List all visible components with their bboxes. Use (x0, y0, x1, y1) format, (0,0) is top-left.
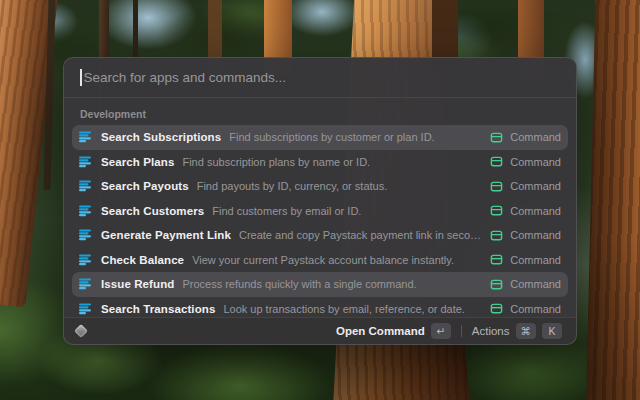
command-type-label: Command (510, 156, 561, 168)
paystack-icon (79, 229, 91, 241)
command-type: Command (490, 204, 561, 217)
enter-key-icon: ↵ (431, 323, 451, 339)
footer-actions: Open Command ↵ Actions ⌘ K (334, 321, 564, 341)
command-type: Command (490, 302, 561, 315)
command-subtitle: Find customers by email or ID. (212, 205, 361, 217)
command-title: Search Subscriptions (101, 131, 221, 143)
command-row-search-transactions[interactable]: Search Transactions Look up transactions… (72, 297, 568, 318)
command-title: Check Balance (101, 254, 184, 266)
actions-button[interactable]: Actions ⌘ K (470, 321, 564, 341)
command-type: Command (490, 180, 561, 193)
command-type: Command (490, 229, 561, 242)
command-row-search-plans[interactable]: Search Plans Find subscription plans by … (72, 150, 568, 175)
app-window-icon (490, 131, 503, 144)
app-window-icon (490, 180, 503, 193)
command-subtitle: Find subscriptions by customer or plan I… (229, 131, 434, 143)
command-title: Search Payouts (101, 180, 189, 192)
command-type-label: Command (510, 205, 561, 217)
command-subtitle: Find subscription plans by name or ID. (182, 156, 370, 168)
app-window-icon (490, 204, 503, 217)
command-type-label: Command (510, 278, 561, 290)
tree-trunk-right (586, 0, 640, 400)
search-input[interactable] (84, 70, 561, 85)
command-title: Issue Refund (101, 278, 174, 290)
paystack-icon (79, 278, 91, 290)
footer-divider (461, 325, 462, 337)
paystack-icon (79, 254, 91, 266)
command-row-issue-refund[interactable]: Issue Refund Process refunds quickly wit… (72, 272, 568, 297)
command-title: Search Customers (101, 205, 204, 217)
command-subtitle: Find payouts by ID, currency, or status. (197, 180, 388, 192)
command-type: Command (490, 131, 561, 144)
command-title: Search Transactions (101, 303, 215, 315)
command-subtitle: Look up transactions by email, reference… (223, 303, 465, 315)
command-type-label: Command (510, 229, 561, 241)
text-caret (80, 69, 82, 86)
command-subtitle: Process refunds quickly with a single co… (182, 278, 416, 290)
command-type-label: Command (510, 180, 561, 192)
k-key: K (542, 323, 562, 339)
command-title: Search Plans (101, 156, 174, 168)
open-command-label: Open Command (336, 325, 425, 337)
search-bar (64, 58, 576, 98)
command-subtitle: Create and copy Paystack payment link in… (239, 229, 484, 241)
command-type-label: Command (510, 303, 561, 315)
paystack-icon (79, 131, 91, 143)
command-row-search-subscriptions[interactable]: Search Subscriptions Find subscriptions … (72, 125, 568, 150)
desktop: Development Search Subscriptions Find su… (0, 0, 640, 400)
command-type: Command (490, 155, 561, 168)
command-subtitle: View your current Paystack account balan… (192, 254, 454, 266)
command-palette: Development Search Subscriptions Find su… (63, 57, 577, 345)
raycast-icon (74, 324, 88, 338)
paystack-icon (79, 303, 91, 315)
paystack-icon (79, 205, 91, 217)
app-window-icon (490, 302, 503, 315)
cmd-key-icon: ⌘ (516, 323, 537, 339)
command-row-generate-payment-link[interactable]: Generate Payment Link Create and copy Pa… (72, 223, 568, 248)
command-type: Command (490, 278, 561, 291)
app-window-icon (490, 229, 503, 242)
command-title: Generate Payment Link (101, 229, 231, 241)
command-row-check-balance[interactable]: Check Balance View your current Paystack… (72, 248, 568, 273)
app-window-icon (490, 278, 503, 291)
paystack-icon (79, 180, 91, 192)
command-type: Command (490, 253, 561, 266)
app-window-icon (490, 155, 503, 168)
app-window-icon (490, 253, 503, 266)
command-list: Development Search Subscriptions Find su… (64, 99, 576, 317)
paystack-icon (79, 156, 91, 168)
section-header-development: Development (64, 104, 576, 125)
palette-footer: Open Command ↵ Actions ⌘ K (64, 317, 576, 344)
open-command-button[interactable]: Open Command ↵ (334, 321, 453, 341)
command-row-search-payouts[interactable]: Search Payouts Find payouts by ID, curre… (72, 174, 568, 199)
actions-label: Actions (472, 325, 510, 337)
command-type-label: Command (510, 131, 561, 143)
command-type-label: Command (510, 254, 561, 266)
command-row-search-customers[interactable]: Search Customers Find customers by email… (72, 199, 568, 224)
